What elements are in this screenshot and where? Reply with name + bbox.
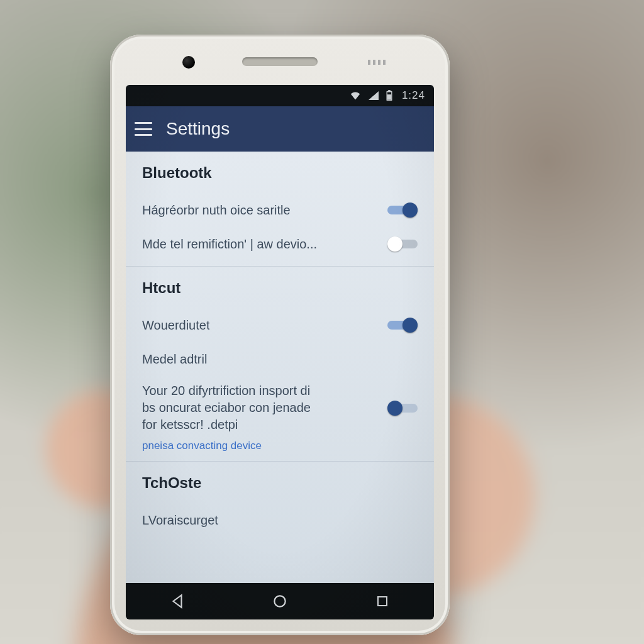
section-bluetooth: Bluetootk Hágréorbr nuth oice saritle Md…: [126, 152, 434, 267]
nav-back-button[interactable]: [158, 593, 196, 609]
htcut-row-3[interactable]: Your 20 difyrtrifiction insport di bs on…: [142, 376, 418, 437]
bluetooth-row-1[interactable]: Hágréorbr nuth oice saritle: [142, 193, 418, 227]
htcut-row-3-toggle[interactable]: [387, 400, 418, 416]
front-camera: [182, 56, 195, 69]
android-nav-bar: [126, 583, 434, 619]
svg-rect-3: [387, 94, 391, 99]
cell-signal-icon: [368, 91, 379, 101]
htcut-row-1[interactable]: Wouerdiutet: [142, 308, 418, 342]
tchoste-row-1[interactable]: LVoraiscurget: [142, 503, 418, 537]
nav-recents-button[interactable]: [364, 594, 401, 609]
svg-rect-5: [378, 597, 387, 606]
htcut-row-1-label: Wouerdiutet: [142, 317, 209, 334]
menu-icon[interactable]: [135, 122, 152, 136]
section-header-htcut: Htcut: [142, 279, 418, 297]
phone-frame: 1:24 Settings Bluetootk Hágréorbr nuth o…: [110, 35, 450, 635]
htcut-row-2-label: Medel adtril: [142, 351, 207, 368]
htcut-row-1-toggle[interactable]: [387, 317, 418, 333]
earpiece: [242, 57, 318, 66]
status-bar: 1:24: [126, 85, 434, 106]
section-tchoste: TchOste LVoraiscurget: [126, 462, 434, 542]
settings-list[interactable]: Bluetootk Hágréorbr nuth oice saritle Md…: [126, 152, 434, 583]
battery-icon: [386, 90, 393, 101]
bluetooth-row-2[interactable]: Mde tel remifiction' | aw devio...: [142, 227, 418, 261]
bluetooth-row-2-toggle[interactable]: [387, 236, 418, 252]
svg-point-4: [274, 596, 285, 606]
htcut-link[interactable]: pneisa convacting device: [142, 440, 418, 452]
nav-home-button[interactable]: [261, 593, 299, 609]
proximity-sensors: [368, 60, 387, 65]
section-header-bluetooth: Bluetootk: [142, 164, 418, 182]
status-clock: 1:24: [402, 89, 425, 102]
svg-rect-1: [388, 90, 391, 91]
bluetooth-row-1-label: Hágréorbr nuth oice saritle: [142, 202, 291, 219]
htcut-row-3-label: Your 20 difyrtrifiction insport di bs on…: [142, 382, 318, 433]
section-htcut: Htcut Wouerdiutet Medel adtril Your 20 d…: [126, 267, 434, 462]
bluetooth-row-1-toggle[interactable]: [387, 202, 418, 218]
section-header-tchoste: TchOste: [142, 474, 418, 492]
bluetooth-row-2-label: Mde tel remifiction' | aw devio...: [142, 236, 317, 253]
tchoste-row-1-label: LVoraiscurget: [142, 512, 218, 529]
app-bar: Settings: [126, 106, 434, 152]
page-title: Settings: [166, 119, 230, 139]
wifi-icon: [349, 91, 362, 101]
screen: 1:24 Settings Bluetootk Hágréorbr nuth o…: [126, 85, 434, 619]
htcut-row-2[interactable]: Medel adtril: [142, 342, 418, 376]
